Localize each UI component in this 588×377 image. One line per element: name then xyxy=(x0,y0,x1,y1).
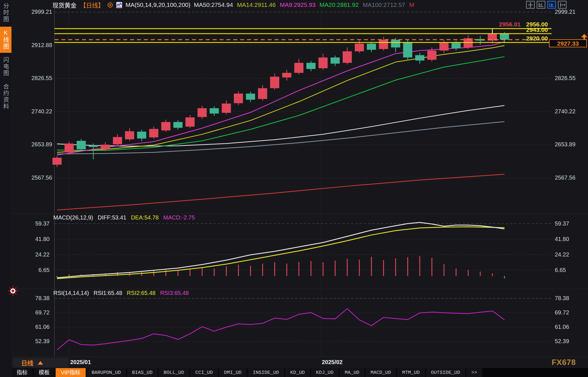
x-axis-date-feb: 2025/02 xyxy=(322,359,342,366)
price-up-arrow-icon xyxy=(581,34,587,37)
tab-insideud[interactable]: INSIDE_UD xyxy=(248,368,284,377)
period-label: 日线 xyxy=(21,358,33,367)
level-label-2943: 2943.00 xyxy=(497,26,548,33)
rsi-axis-label-left: 61.06 xyxy=(20,324,50,330)
tab-[interactable]: 模板 xyxy=(34,368,55,377)
macd-axis-label-left: 24.22 xyxy=(20,251,50,258)
sidebar-item-2[interactable]: 闪电图 xyxy=(0,54,11,79)
price-axis-label-right: 2999.21 xyxy=(555,9,586,15)
price-axis-label-left: 2826.55 xyxy=(23,75,52,81)
period-tag[interactable]: 【日线】 xyxy=(80,1,104,9)
rsi-axis-label-right: 61.06 xyxy=(555,324,586,330)
price-axis-label-left: 2912.88 xyxy=(23,42,52,48)
tab-outsideud[interactable]: OUTSIDE_UD xyxy=(426,368,465,377)
rsi-axis-label-right: 52.39 xyxy=(555,338,586,345)
tab-barupdnud[interactable]: BARUPDN_UD xyxy=(87,368,126,377)
chart-canvas[interactable] xyxy=(0,0,588,377)
tab-kdjud[interactable]: KDJ_UD xyxy=(311,368,339,377)
ma-values-row: MA50:2754.94MA14:2911.46MA9:2925.93MA20:… xyxy=(194,1,414,8)
macd-axis-label-right: 24.22 xyxy=(555,251,586,258)
chart-titlebar: 现货黄金 【日线】 MA(50,14,9,20,100,200) MA50:27… xyxy=(52,1,414,9)
tab->>[interactable]: >> xyxy=(466,368,482,377)
ma-value-label-1: MA14:2911.46 xyxy=(237,1,276,8)
macd-header: MACD(26,12,9) DIFF:53.41 DEA:54.78 MACD:… xyxy=(53,214,195,221)
price-axis-label-right: 2653.89 xyxy=(555,141,586,148)
rsi-axis-label-right: 69.72 xyxy=(555,309,586,316)
tab-macdud[interactable]: MACD_UD xyxy=(365,368,396,377)
rsi1-value: RSI1:65.48 xyxy=(94,290,122,296)
macd-diff-value: DIFF:53.41 xyxy=(98,214,126,221)
price-axis-label-left: 2567.56 xyxy=(23,174,52,181)
ma-value-label-2: MA9:2925.93 xyxy=(280,1,315,8)
price-axis-label-right: 2826.55 xyxy=(555,75,586,81)
tab-biasud[interactable]: BIAS_UD xyxy=(127,368,158,377)
rsi-axis-label-left: 52.39 xyxy=(20,338,50,345)
chart-toolbar xyxy=(526,1,567,9)
macd-axis-label-left: 59.37 xyxy=(20,220,50,227)
tab-mtmud[interactable]: MTM_UD xyxy=(397,368,425,377)
macd-axis-label-right: 59.37 xyxy=(555,220,586,227)
rsi-axis-label-left: 78.38 xyxy=(20,295,50,302)
price-axis-label-right: 2567.56 xyxy=(555,174,586,181)
sidebar-item-3[interactable]: 合约资料 xyxy=(0,81,11,113)
tab-bollud[interactable]: BOLL_UD xyxy=(158,368,189,377)
current-price-badge: 2927.33 xyxy=(549,39,587,47)
period-dropdown[interactable]: 日线 xyxy=(13,358,69,368)
indicator-tabbar: 指标模板VIP指标BARUPDN_UDBIAS_UDBOLL_UDCCI_UDD… xyxy=(11,368,588,377)
watermark: FX678 xyxy=(552,358,576,367)
shift-right-icon[interactable] xyxy=(558,1,567,9)
macd-macd-value: MACD:-2.75 xyxy=(163,214,195,221)
macd-axis-label-left: 6.65 xyxy=(20,267,50,273)
sidebar-item-0[interactable]: 分时图 xyxy=(0,0,11,26)
rsi-axis-label-right: 78.38 xyxy=(555,295,586,302)
macd-axis-label-left: 41.80 xyxy=(20,236,50,242)
price-axis-label-right: 2740.22 xyxy=(555,108,586,115)
ma-value-label-5: M xyxy=(409,1,414,8)
rsi-axis-label-left: 69.72 xyxy=(20,309,50,316)
ma-value-label-0: MA50:2754.94 xyxy=(194,1,233,8)
indicator-chart-icon[interactable] xyxy=(116,2,122,8)
ma-value-label-3: MA20:2881.92 xyxy=(320,1,359,8)
axis-scale-icon[interactable] xyxy=(537,1,545,9)
tab-maud[interactable]: MA_UD xyxy=(340,368,364,377)
rsi2-value: RSI2:65.48 xyxy=(127,290,156,296)
dropdown-arrow-icon xyxy=(38,361,43,365)
tab-kdud[interactable]: KD_UD xyxy=(285,368,310,377)
macd-axis-label-right: 41.80 xyxy=(555,236,586,242)
macd-dea-value: DEA:54.78 xyxy=(131,214,159,221)
rsi-title: RSI(14,14,14) xyxy=(53,290,89,296)
ma-value-label-4: MA100:2712.57 xyxy=(363,1,405,8)
pan-icon[interactable] xyxy=(526,1,535,9)
macd-axis-label-right: 6.65 xyxy=(555,267,586,273)
tab-dmiud[interactable]: DMI_UD xyxy=(219,368,247,377)
level-label-2920: 2920.00 xyxy=(497,35,548,42)
price-axis-label-left: 2740.22 xyxy=(23,108,52,115)
left-sidebar: 分时图K线图闪电图合约资料 xyxy=(0,0,11,377)
chart-app: 分时图K线图闪电图合约资料 现货黄金 【日线】 xyxy=(0,0,588,377)
symbol-title: 现货黄金 xyxy=(52,1,77,9)
live-alert-icon xyxy=(7,285,18,298)
price-axis-label-left: 2999.21 xyxy=(23,9,52,15)
circle-plus-icon[interactable] xyxy=(107,2,113,8)
rsi-header: RSI(14,14,14) RSI1:65.48 RSI2:65.48 RSI3… xyxy=(53,290,189,296)
tab-[interactable]: 指标 xyxy=(11,368,33,377)
tab-cciud[interactable]: CCI_UD xyxy=(190,368,218,377)
x-axis-footer: 日线 2025/01 2025/02 FX678 xyxy=(0,357,588,368)
tab-vip[interactable]: VIP指标 xyxy=(56,368,86,377)
chart-play-icon[interactable] xyxy=(547,1,556,9)
sidebar-item-1[interactable]: K线图 xyxy=(0,27,11,53)
ma-params-label: MA(50,14,9,20,100,200) xyxy=(126,1,191,8)
macd-title: MACD(26,12,9) xyxy=(53,214,93,221)
price-axis-label-left: 2653.89 xyxy=(23,141,52,148)
rsi3-value: RSI3:65.48 xyxy=(160,290,189,296)
x-axis-date-jan: 2025/01 xyxy=(70,359,91,366)
